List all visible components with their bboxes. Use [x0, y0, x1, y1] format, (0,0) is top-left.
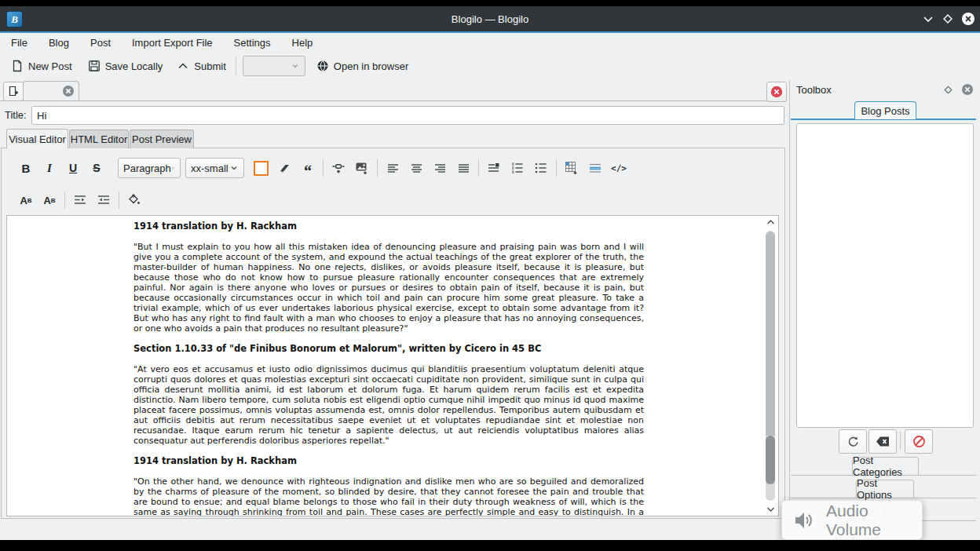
submit-icon	[177, 60, 189, 72]
insert-link-button[interactable]	[327, 157, 350, 179]
tab-html-editor[interactable]: HTML Editor	[69, 130, 129, 148]
format-toolbar-row1: B I U S Paragraph xx-small “	[6, 154, 631, 182]
paragraph-style-select[interactable]: Paragraph	[118, 158, 181, 178]
blog-profile-select[interactable]	[243, 56, 305, 76]
blockquote-button[interactable]: “	[296, 154, 320, 182]
tab-blog-posts[interactable]: Blog Posts	[854, 101, 916, 119]
section-heading: 1914 translation by H. Rackham	[133, 456, 644, 466]
fill-color-icon	[127, 193, 141, 207]
color-swatch	[254, 161, 269, 176]
scrollbar-upper-region[interactable]	[766, 232, 775, 436]
new-post-button[interactable]: New Post	[6, 57, 77, 75]
new-post-icon	[11, 60, 24, 72]
horizontal-rule-icon	[588, 161, 602, 175]
minimize-icon[interactable]	[922, 13, 934, 25]
tab-post-options[interactable]: Post Options	[856, 480, 914, 498]
refresh-icon	[847, 435, 860, 448]
tab-post-categories[interactable]: Post Categories	[852, 457, 919, 475]
main-toolbar: New Post Save Locally Submit	[0, 52, 792, 80]
indent-less-button[interactable]	[92, 189, 115, 211]
editor-scrollbar[interactable]	[763, 217, 777, 515]
doc-tabbar-underline	[0, 100, 787, 101]
insert-table-button[interactable]	[560, 157, 583, 179]
clear-format-button[interactable]	[272, 157, 296, 179]
add-link-icon	[331, 161, 346, 175]
blogilo-window: B Blogilo — Blogilo File Blog Post Impor…	[0, 6, 980, 540]
backspace-icon	[876, 436, 890, 447]
menubar: File Blog Post Import Export File Settin…	[0, 33, 793, 52]
toolbar-separator	[236, 57, 236, 75]
chevron-down-icon	[291, 61, 300, 71]
unordered-list-button[interactable]	[529, 157, 553, 179]
format-separator	[556, 159, 557, 177]
background-color-button[interactable]	[122, 189, 146, 211]
tab-post-preview[interactable]: Post Preview	[130, 130, 194, 148]
blog-posts-list[interactable]	[796, 123, 974, 428]
tab-close-icon[interactable]	[62, 85, 75, 97]
new-tab-icon	[8, 86, 20, 97]
cancel-button[interactable]	[905, 429, 933, 454]
code-view-button[interactable]: </>	[607, 157, 631, 179]
submit-label: Submit	[194, 60, 225, 72]
section-paragraph: "On the other hand, we denounce with rig…	[133, 476, 644, 516]
post-body-text: 1914 translation by H. Rackham "But I mu…	[133, 221, 644, 516]
titlebar[interactable]: B Blogilo — Blogilo	[0, 6, 980, 31]
align-right-icon	[433, 162, 447, 175]
title-input[interactable]	[31, 106, 784, 125]
format-separator	[323, 159, 324, 177]
subscript-small-glyph: B	[27, 197, 32, 204]
scroll-down-arrow[interactable]	[763, 504, 777, 515]
italic-button[interactable]: I	[38, 157, 61, 179]
menu-help[interactable]: Help	[289, 35, 316, 50]
post-document-tab[interactable]	[23, 81, 79, 100]
save-locally-button[interactable]: Save Locally	[83, 57, 168, 75]
submit-button[interactable]: Submit	[172, 57, 230, 75]
new-post-label: New Post	[28, 60, 72, 72]
open-in-browser-button[interactable]: Open in browser	[312, 57, 413, 75]
maximize-icon[interactable]	[942, 13, 954, 25]
eraser-icon	[278, 162, 291, 175]
chevron-down-icon	[171, 163, 175, 173]
menu-import-export-file[interactable]: Import Export File	[129, 35, 216, 50]
reload-posts-button[interactable]	[839, 429, 867, 454]
menu-file[interactable]: File	[8, 35, 31, 50]
toolbox-float-icon[interactable]	[943, 85, 953, 95]
visual-editor-canvas[interactable]: 1914 translation by H. Rackham "But I mu…	[6, 215, 779, 516]
menu-blog[interactable]: Blog	[46, 35, 72, 50]
align-right-button[interactable]	[428, 157, 452, 179]
scrollbar-thumb[interactable]	[766, 436, 775, 484]
strikethrough-button[interactable]: S	[85, 157, 108, 179]
close-red-icon	[770, 86, 783, 98]
scroll-up-arrow[interactable]	[763, 217, 777, 228]
align-justify-button[interactable]	[452, 157, 475, 179]
new-tab-button[interactable]	[3, 82, 24, 101]
menu-settings[interactable]: Settings	[231, 35, 274, 50]
toolbox-close-icon[interactable]	[961, 83, 974, 96]
align-justify-icon	[457, 162, 470, 175]
menu-post[interactable]: Post	[87, 35, 114, 50]
insert-image-button[interactable]	[350, 157, 374, 179]
remove-post-button[interactable]	[868, 429, 897, 454]
chevron-down-icon	[229, 163, 239, 173]
unordered-list-icon	[534, 161, 548, 175]
close-post-tab-button[interactable]	[766, 82, 787, 102]
superscript-button[interactable]: AB	[38, 189, 61, 211]
ordered-list-button[interactable]	[506, 157, 529, 179]
format-separator	[119, 192, 119, 209]
subscript-button[interactable]: AB	[14, 189, 38, 211]
font-size-select[interactable]: xx-small	[185, 158, 244, 178]
indent-more-button[interactable]	[68, 189, 92, 211]
close-icon[interactable]	[961, 12, 975, 26]
bold-button[interactable]: B	[14, 157, 38, 179]
align-left-icon	[386, 162, 400, 175]
format-separator	[64, 192, 65, 209]
font-color-button[interactable]	[249, 157, 272, 179]
align-left-button[interactable]	[381, 157, 404, 179]
text-direction-button[interactable]	[482, 157, 506, 179]
underline-button[interactable]: U	[61, 157, 85, 179]
align-center-button[interactable]	[404, 157, 428, 179]
dock-splitter[interactable]	[789, 80, 790, 539]
insert-horizontal-rule-button[interactable]	[583, 157, 607, 179]
window-title: Blogilo — Blogilo	[0, 6, 980, 31]
tab-visual-editor[interactable]: Visual Editor	[6, 129, 68, 148]
